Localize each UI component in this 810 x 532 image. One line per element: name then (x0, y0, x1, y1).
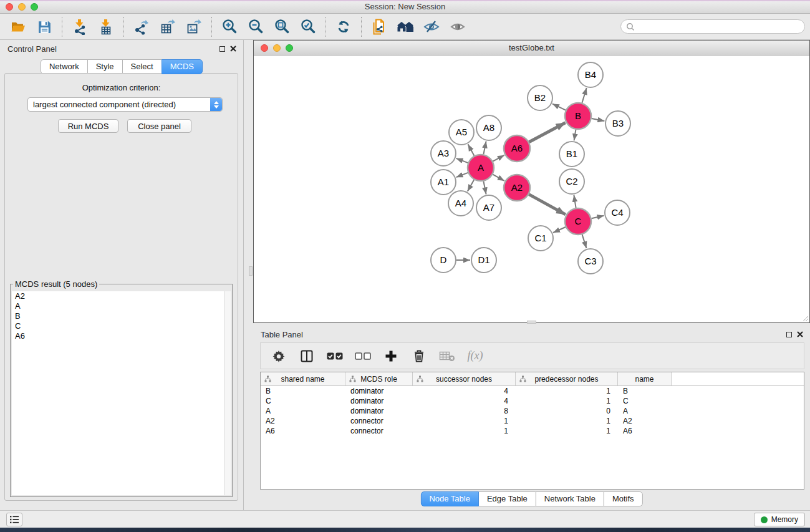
graph-edge-B-B4[interactable] (582, 88, 586, 103)
result-list-item[interactable]: A (12, 301, 231, 311)
import-table-icon[interactable] (97, 17, 115, 36)
table-row[interactable]: A2 connector 1 1 A2 (261, 416, 804, 426)
table-cell[interactable]: connector (345, 427, 413, 435)
table-cell[interactable]: B (261, 387, 345, 395)
table-cell[interactable]: dominator (345, 387, 413, 395)
save-session-icon[interactable] (35, 17, 54, 36)
graph-node-C1[interactable]: C1 (528, 226, 553, 251)
search-input[interactable] (635, 21, 799, 32)
tab-node-table[interactable]: Node Table (420, 491, 479, 506)
graph-edge-B-B2[interactable] (552, 104, 566, 110)
table-cell[interactable]: C (618, 397, 672, 405)
graph-node-A5[interactable]: A5 (449, 120, 474, 145)
zoom-selected-icon[interactable] (299, 17, 317, 36)
graph-edge-A-A1[interactable] (456, 173, 468, 177)
show-details-eye-icon[interactable] (448, 17, 467, 36)
graph-edge-A6-B[interactable] (529, 123, 565, 142)
graph-node-D[interactable]: D (431, 248, 456, 273)
float-panel-icon[interactable] (786, 332, 792, 337)
network-graph[interactable]: B4B2BB3A8A5A6A3B1AA1C2A2A4A7C4CC1C3DD1 (254, 56, 809, 322)
graph-node-A1[interactable]: A1 (431, 170, 456, 195)
network-zoom-button[interactable] (286, 44, 293, 52)
tab-motifs[interactable]: Motifs (604, 491, 643, 506)
table-row[interactable]: B dominator 4 1 B (261, 386, 804, 396)
tab-mcds[interactable]: MCDS (162, 59, 203, 74)
graph-edge-A-A2[interactable] (493, 175, 504, 181)
graph-edge-A-A8[interactable] (483, 142, 486, 155)
optimization-criterion-select[interactable]: largest connected component (directed) (27, 97, 223, 112)
zoom-out-icon[interactable] (246, 17, 265, 36)
network-canvas[interactable]: B4B2BB3A8A5A6A3B1AA1C2A2A4A7C4CC1C3DD1 (254, 56, 809, 322)
table-cell[interactable]: 1 (516, 387, 618, 395)
tab-network-table[interactable]: Network Table (536, 491, 604, 506)
graph-node-B3[interactable]: B3 (605, 111, 630, 136)
zoom-window-button[interactable] (31, 3, 38, 11)
graph-node-A4[interactable]: A4 (448, 191, 473, 216)
table-cell[interactable]: 0 (516, 407, 618, 415)
unselect-all-columns-icon[interactable] (355, 348, 371, 364)
graph-node-C2[interactable]: C2 (559, 169, 584, 194)
table-cell[interactable]: A6 (618, 427, 672, 435)
column-header-mcds-role[interactable]: MCDS role (345, 372, 413, 385)
result-scrollbar[interactable] (224, 291, 231, 495)
export-network-icon[interactable] (132, 17, 151, 36)
splitter-handle[interactable] (527, 321, 536, 324)
graph-node-A[interactable]: A (468, 155, 494, 181)
table-cell[interactable]: A6 (261, 427, 345, 435)
table-cell[interactable]: C (261, 397, 345, 405)
table-cell[interactable]: A2 (618, 417, 672, 425)
run-mcds-button[interactable]: Run MCDS (58, 119, 118, 133)
column-header-successor-nodes[interactable]: successor nodes (413, 372, 516, 385)
zoom-fit-icon[interactable] (272, 17, 291, 36)
network-close-button[interactable] (261, 44, 268, 52)
tab-network[interactable]: Network (41, 59, 88, 74)
graph-node-C3[interactable]: C3 (578, 249, 603, 274)
table-cell[interactable]: B (618, 387, 672, 395)
graph-edge-A-A6[interactable] (493, 155, 504, 162)
resize-grip-icon[interactable] (801, 314, 809, 322)
graph-edge-C-C4[interactable] (591, 216, 604, 218)
tab-style[interactable]: Style (87, 59, 123, 74)
delete-columns-trash-icon[interactable] (411, 348, 427, 364)
graph-edge-A-A4[interactable] (468, 180, 474, 191)
splitter-handle[interactable] (249, 266, 253, 276)
table-cell[interactable]: 8 (413, 407, 516, 415)
tab-edge-table[interactable]: Edge Table (478, 491, 536, 506)
graph-node-B1[interactable]: B1 (559, 142, 584, 167)
table-cell[interactable]: dominator (345, 407, 413, 415)
home-icon[interactable] (396, 17, 415, 36)
result-list-item[interactable]: B (12, 311, 231, 321)
refresh-icon[interactable] (334, 17, 353, 36)
show-column-panel-icon[interactable] (299, 348, 315, 364)
create-new-column-icon[interactable] (383, 348, 399, 364)
table-cell[interactable]: A (261, 407, 345, 415)
table-cell[interactable]: 1 (516, 397, 618, 405)
memory-button[interactable]: Memory (754, 513, 805, 526)
close-panel-icon[interactable] (797, 331, 803, 337)
table-settings-gear-icon[interactable] (271, 348, 287, 364)
graph-edge-A-A3[interactable] (456, 158, 468, 163)
close-window-button[interactable] (6, 3, 13, 11)
graph-edge-C-C3[interactable] (582, 235, 587, 248)
graph-edge-B-B1[interactable] (574, 130, 576, 141)
export-table-icon[interactable] (158, 17, 177, 36)
export-image-icon[interactable] (185, 17, 203, 36)
graph-edge-A-A5[interactable] (468, 144, 475, 155)
column-header-name[interactable]: name (618, 372, 672, 385)
result-list-item[interactable]: A2 (12, 291, 231, 301)
graph-node-C[interactable]: C (565, 208, 591, 235)
graph-edge-A2-C[interactable] (529, 195, 566, 215)
close-panel-button[interactable]: Close panel (127, 119, 191, 133)
new-network-from-selection-icon[interactable] (370, 17, 388, 36)
search-field[interactable] (620, 19, 805, 34)
zoom-in-icon[interactable] (220, 17, 239, 36)
import-network-icon[interactable] (70, 17, 89, 36)
hide-details-eye-slash-icon[interactable] (422, 17, 441, 36)
result-list-item[interactable]: C (12, 321, 231, 331)
delete-table-icon[interactable] (439, 348, 455, 364)
graph-node-C4[interactable]: C4 (605, 200, 630, 225)
graph-node-A6[interactable]: A6 (504, 135, 530, 162)
graph-node-A3[interactable]: A3 (431, 141, 456, 166)
graph-node-A7[interactable]: A7 (476, 195, 501, 220)
result-list-item[interactable]: A6 (12, 331, 231, 341)
